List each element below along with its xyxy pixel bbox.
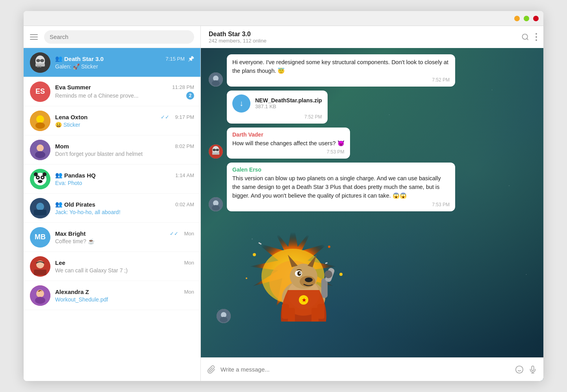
svg-point-74 [339,273,343,276]
chat-item-pandas-hq[interactable]: 👥 Pandas HQ 1:14 AM Eva: Photo [24,165,200,194]
chat-name-mom: Mom [55,143,69,150]
svg-point-21 [43,172,46,176]
chat-item-mom[interactable]: Mom 8:02 PM Don't forget your blaster an… [24,135,200,165]
app-window: − □ × [24,11,543,381]
svg-point-63 [305,277,313,282]
svg-point-30 [35,297,45,304]
message-bubble-1: Hi everyone. I've redesigned some key st… [227,54,455,87]
close-button[interactable]: × [533,16,539,21]
chat-name-row-mom: Mom 8:02 PM [55,143,194,150]
svg-point-45 [212,205,220,211]
avatar-death-star [30,52,50,73]
svg-point-36 [213,76,219,81]
chat-name-row-pandas-hq: 👥 Pandas HQ 1:14 AM [55,172,194,179]
chat-name-row-death-star: 👥 Death Star 3.0 7:15 PM 📌 [55,55,194,62]
message-time-3: 7:53 PM [232,149,345,155]
chat-header-info: Death Star 3.0 242 members, 112 online [209,31,521,44]
hamburger-line-2 [30,37,38,37]
minimize-button[interactable]: − [514,16,520,21]
attach-button[interactable] [207,365,216,374]
chat-preview-row-max-bright: Coffee time? ☕ [55,238,194,244]
chat-preview-old-pirates: Jack: Yo-ho-ho, all aboard! [55,209,194,215]
chat-item-old-pirates[interactable]: 👥 Old Pirates 0:02 AM Jack: Yo-ho-ho, al… [24,194,200,223]
chat-preview-row-lee: We can call it Galaxy Star 7 ;) [55,267,194,274]
message-sender-3: Darth Vader [232,131,345,138]
chat-header-actions [521,33,537,41]
chat-name-eva-summer: Eva Summer [55,84,91,91]
message-time-2: 7:52 PM [232,114,322,120]
svg-point-19 [38,180,43,183]
more-icon [536,33,537,41]
chat-name-death-star: 👥 Death Star 3.0 [55,55,104,62]
download-icon: ↓ [239,99,243,108]
maximize-button[interactable]: □ [524,16,529,21]
avatar-mom [30,140,50,160]
hamburger-line-3 [30,39,38,40]
svg-point-72 [328,246,330,248]
message-sender-4: Galen Erso [232,166,450,173]
avatar-old-pirates [30,198,50,218]
chat-info-pandas-hq: 👥 Pandas HQ 1:14 AM Eva: Photo [55,172,194,186]
svg-rect-27 [34,270,46,275]
avatar-max-bright: MB [30,227,50,248]
chat-preview-row-lena-oxton: 😀 Sticker [55,122,194,128]
file-name: NEW_DeathStar.plans.zip [255,97,322,104]
message-avatar-1 [209,72,223,87]
search-input[interactable] [50,33,189,40]
svg-point-23 [36,203,44,211]
svg-point-32 [536,33,537,35]
chat-item-death-star[interactable]: 👥 Death Star 3.0 7:15 PM 📌 Galen: 🚀 Stic… [24,48,200,77]
chat-item-lee[interactable]: Lee Mon We can call it Galaxy Star 7 ;) [24,252,200,281]
svg-point-59 [324,270,332,278]
svg-point-8 [36,115,44,123]
chat-item-alexandra-z[interactable]: Alexandra Z Mon Workout_Shedule.pdf [24,281,200,310]
chat-item-max-bright[interactable]: MB Max Bright ✓✓ Mon Coffee time? ☕ [24,223,200,252]
chat-preview-eva-summer: Reminds me of a Chinese prove... [55,92,184,99]
svg-point-41 [213,149,216,151]
chat-preview-row-eva-summer: Reminds me of a Chinese prove... 2 [55,92,194,100]
chat-name-old-pirates: 👥 Old Pirates [55,201,95,208]
chat-preview-death-star: Galen: 🚀 Sticker [55,63,194,70]
svg-point-47 [221,312,226,318]
menu-button[interactable] [30,34,38,40]
svg-point-11 [37,144,44,152]
svg-rect-24 [34,210,46,215]
chat-time-eva-summer: 11:28 PM [172,84,194,90]
svg-rect-3 [37,66,39,67]
svg-point-44 [213,200,219,206]
chat-preview-mom: Don't forget your blaster and helmet [55,151,194,157]
chat-name-lee: Lee [55,259,65,266]
chat-preview-lee: We can call it Galaxy Star 7 ;) [55,267,194,274]
message-avatar-3 [209,144,223,159]
emoji-icon [515,365,524,374]
avatar-lena-oxton [30,111,50,131]
message-input[interactable] [220,366,510,373]
microphone-button[interactable] [528,365,537,374]
svg-point-6 [40,59,44,62]
file-download-button[interactable]: ↓ [232,94,250,113]
chat-list: 👥 Death Star 3.0 7:15 PM 📌 Galen: 🚀 Stic… [24,48,200,381]
file-info: NEW_DeathStar.plans.zip 387.1 KB [255,97,322,109]
paperclip-icon [207,365,216,374]
chat-time-alexandra-z: Mon [184,289,194,295]
chat-info-eva-summer: Eva Summer 11:28 PM Reminds me of a Chin… [55,84,194,100]
more-options-button[interactable] [536,33,537,41]
hamburger-line-1 [30,34,38,35]
chat-name-row-alexandra-z: Alexandra Z Mon [55,288,194,295]
message-row-3: Darth Vader How will these changes affec… [209,128,536,159]
chat-info-old-pirates: 👥 Old Pirates 0:02 AM Jack: Yo-ho-ho, al… [55,201,194,215]
chat-item-lena-oxton[interactable]: Lena Oxton ✓✓ 9:17 PM 😀 Sticker [24,106,200,135]
chat-info-alexandra-z: Alexandra Z Mon Workout_Shedule.pdf [55,288,194,303]
emoji-button[interactable] [515,365,524,374]
search-chat-button[interactable] [521,33,529,41]
message-text-4: This version can blow up two planets on … [232,174,450,200]
chat-item-eva-summer[interactable]: ES Eva Summer 11:28 PM Reminds me of a C… [24,77,200,106]
title-bar: − □ × [24,11,543,26]
chat-header-subtitle: 242 members, 112 online [209,38,521,44]
chat-time-lena-oxton: 9:17 PM [175,114,194,120]
svg-point-5 [36,59,40,62]
group-icon-death-star: 👥 [55,55,63,62]
pin-icon-death-star: 📌 [188,56,194,62]
message-input-bar [201,357,543,381]
messages-area: Hi everyone. I've redesigned some key st… [201,48,543,357]
